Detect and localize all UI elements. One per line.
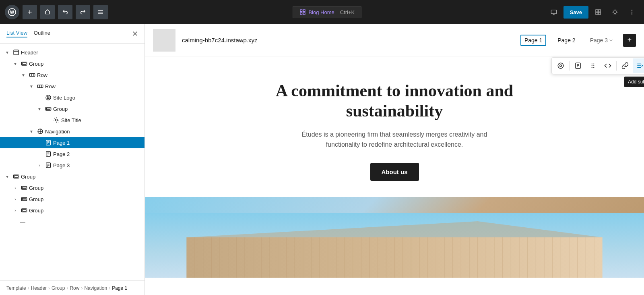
sep1: › (28, 285, 29, 291)
toolbar-sep2 (616, 61, 617, 71)
blog-home-label: Blog Home (308, 9, 334, 15)
navigation-block-icon (36, 128, 44, 135)
wp-logo[interactable]: W (5, 5, 19, 19)
main-layout: List View Outline ✕ ▼ Header ▼ Group (0, 24, 644, 295)
breadcrumb-header[interactable]: Header (31, 285, 47, 291)
tree-label-navigation: Navigation (45, 129, 70, 135)
breadcrumb-navigation[interactable]: Navigation (84, 285, 107, 291)
add-nav-item-button[interactable]: + (623, 34, 636, 47)
tree-item-group4[interactable]: › Group (0, 182, 144, 193)
breadcrumb-row[interactable]: Row (70, 285, 79, 291)
block-toolbar: B I (551, 57, 644, 74)
transform-button[interactable] (553, 58, 568, 73)
svg-point-61 (560, 65, 562, 67)
toggle-group1[interactable]: ▼ (11, 62, 19, 66)
group-block-icon3 (12, 173, 20, 180)
tree-item-navigation[interactable]: ▼ Navigation (0, 126, 144, 137)
svg-rect-9 (300, 12, 302, 15)
toggle-group5[interactable]: › (11, 197, 19, 202)
add-block-button[interactable] (23, 5, 37, 19)
svg-point-71 (593, 67, 594, 68)
blog-home-button[interactable]: Blog Home Ctrl+K (293, 6, 361, 18)
device-preview-button[interactable] (547, 5, 561, 19)
toggle-page3[interactable]: › (35, 163, 43, 168)
tree-item-header[interactable]: ▼ Header (0, 47, 144, 58)
toggle-group2[interactable]: ▼ (35, 107, 43, 111)
nav-page1[interactable]: Page 1 (520, 35, 546, 46)
tree-item-site-title[interactable]: Site Title (0, 114, 144, 126)
canvas: calming-bb7c24.instawp.xyz Page 1 Page 2… (145, 24, 644, 295)
group-block-icon1 (20, 60, 28, 67)
tree-item-row2[interactable]: ▼ Row (0, 81, 144, 92)
svg-rect-35 (46, 108, 50, 110)
tree-item-page3[interactable]: › Page 3 (0, 160, 144, 171)
toggle-group3[interactable]: ▼ (3, 175, 11, 179)
view-options-button[interactable] (591, 5, 605, 19)
breadcrumb-current[interactable]: Page 1 (112, 285, 127, 291)
toggle-row1[interactable]: ▼ (19, 73, 27, 77)
tab-list-view[interactable]: List View (6, 30, 27, 37)
toggle-row2[interactable]: ▼ (27, 84, 35, 89)
tools-button[interactable] (40, 5, 55, 19)
hero-title: A commitment to innovation and sustainab… (274, 81, 515, 121)
toggle-group6[interactable]: › (11, 208, 19, 213)
toggle-header[interactable]: ▼ (3, 50, 11, 55)
group-block-icon2 (44, 106, 52, 112)
tree-item-row1[interactable]: ▼ Row (0, 69, 144, 81)
toggle-group4[interactable]: › (11, 186, 19, 190)
tree-item-group6[interactable]: › Group (0, 205, 144, 216)
nav-page3[interactable]: Page 3 (587, 35, 617, 45)
save-button[interactable]: Save (564, 6, 588, 19)
link-button[interactable] (618, 58, 632, 73)
bottom-building-image (145, 197, 644, 278)
tree-label-page3: Page 3 (53, 162, 70, 168)
breadcrumb: Template › Header › Group › Row › Naviga… (0, 280, 144, 295)
nav-page2[interactable]: Page 2 (554, 35, 578, 45)
tree-label-group1: Group (29, 61, 43, 67)
svg-point-70 (592, 67, 592, 68)
tree-item-page1[interactable]: Page 1 (0, 137, 144, 148)
about-button[interactable]: About us (370, 163, 419, 181)
sidebar: List View Outline ✕ ▼ Header ▼ Group (0, 24, 145, 295)
svg-rect-53 (14, 176, 18, 177)
svg-rect-26 (29, 74, 35, 77)
sep3: › (66, 285, 68, 291)
nav-bar: Page 1 Page 2 Page 3 (520, 35, 617, 46)
svg-point-19 (632, 10, 632, 10)
row-block-icon2 (36, 83, 44, 89)
drag-button[interactable] (586, 58, 600, 73)
tab-outline[interactable]: Outline (34, 30, 50, 37)
tree-item-group3[interactable]: ▼ Group (0, 171, 144, 182)
sidebar-close-button[interactable]: ✕ (132, 29, 138, 38)
svg-rect-29 (37, 85, 43, 88)
tree-label-group4: Group (29, 185, 43, 191)
list-view-button[interactable] (93, 5, 108, 19)
svg-rect-57 (22, 198, 26, 200)
tree-item-group5[interactable]: › Group (0, 193, 144, 205)
toggle-navigation[interactable]: ▼ (27, 129, 35, 134)
code-editor-button[interactable] (601, 58, 615, 73)
svg-rect-25 (22, 63, 26, 64)
wp-icon: W (8, 8, 16, 16)
more-menu-button[interactable] (625, 5, 639, 19)
tree-item-group2[interactable]: ▼ Group (0, 103, 144, 114)
tree-item-group1[interactable]: ▼ Group (0, 58, 144, 69)
undo-button[interactable] (58, 5, 72, 19)
building-svg (145, 213, 644, 278)
tree-label-row2: Row (45, 83, 56, 89)
svg-point-66 (592, 63, 592, 64)
tree-label-site-title: Site Title (61, 117, 81, 123)
tree-label-group3: Group (21, 174, 35, 180)
svg-rect-17 (599, 12, 601, 15)
site-logo (153, 29, 175, 52)
toolbar-sep1 (569, 61, 570, 71)
dark-mode-button[interactable] (608, 5, 622, 19)
document-button[interactable] (571, 58, 585, 73)
breadcrumb-template[interactable]: Template (6, 285, 26, 291)
redo-button[interactable] (76, 5, 90, 19)
breadcrumb-group[interactable]: Group (52, 285, 65, 291)
site-domain: calming-bb7c24.instawp.xyz (182, 37, 514, 44)
tree-label-group5: Group (29, 196, 43, 202)
tree-item-page2[interactable]: Page 2 (0, 148, 144, 160)
tree-item-site-logo[interactable]: Site Logo (0, 92, 144, 103)
